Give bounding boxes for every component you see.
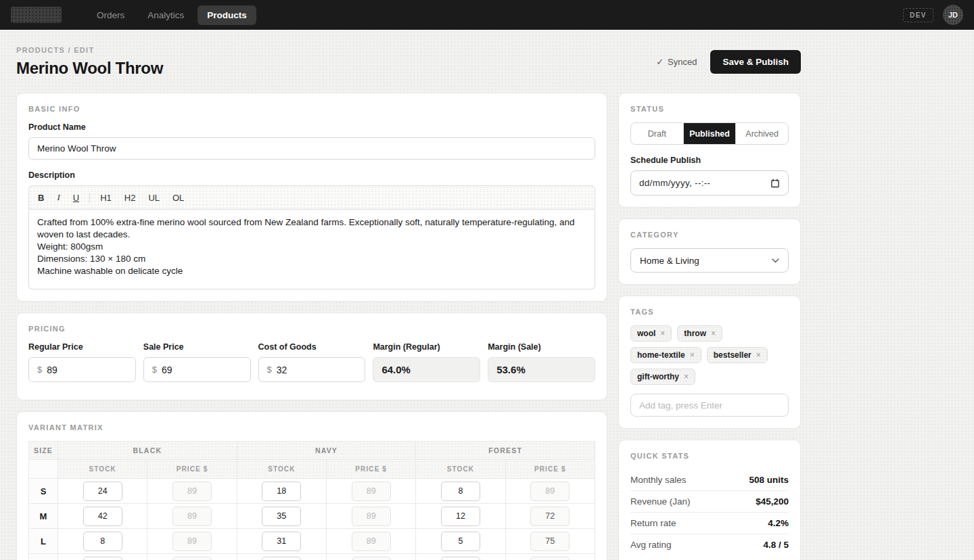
category-select[interactable]: Home & Living [630,248,789,273]
pricing-field: Cost of Goods$32 [258,342,366,382]
add-tag-input[interactable] [630,394,789,417]
chevron-down-icon [772,258,779,263]
top-navigation-bar: OrdersAnalyticsProducts DEV JD [0,0,974,30]
save-publish-button[interactable]: Save & Publish [710,50,801,74]
stock-input[interactable] [441,557,480,560]
variant-row: L [29,529,595,554]
price-input[interactable] [172,482,212,501]
status-option-archived[interactable]: Archived [735,123,788,144]
price-input[interactable] [530,557,570,560]
price-cell [326,529,415,554]
category-card: CATEGORY Home & Living [618,218,801,285]
status-section-label: STATUS [630,105,789,113]
nav-item-orders[interactable]: Orders [87,5,134,25]
ordered-list-button[interactable]: OL [172,193,184,203]
price-cell [505,529,595,554]
pricing-field-label: Cost of Goods [258,342,366,352]
stock-input[interactable] [262,482,301,501]
status-option-published[interactable]: Published [683,123,736,144]
color-column-header: BLACK [58,442,237,460]
nav-item-products[interactable]: Products [198,5,256,25]
stock-input[interactable] [441,507,480,526]
remove-tag-icon[interactable]: × [690,350,695,360]
remove-tag-icon[interactable]: × [711,329,716,338]
tag-label: wool [637,329,655,338]
stock-cell [237,529,326,554]
status-option-draft[interactable]: Draft [631,123,683,144]
nav-item-analytics[interactable]: Analytics [138,5,193,25]
stat-value: 508 units [749,475,789,485]
stock-input[interactable] [262,557,301,560]
side-column: STATUS DraftPublishedArchived Schedule P… [618,93,801,560]
tag-chip: wool× [630,325,672,342]
schedule-publish-placeholder: dd/mm/yyyy, --:-- [639,178,710,188]
variant-row: M [29,504,595,529]
schedule-publish-input[interactable]: dd/mm/yyyy, --:-- [630,170,789,195]
stock-input[interactable] [262,507,301,526]
stock-subheader: STOCK [58,460,147,479]
stat-row: Return rate4.2% [630,512,789,534]
field-value: 32 [277,365,287,375]
margin-readout: 53.6% [488,357,595,382]
color-column-header: FOREST [416,442,595,460]
variant-matrix-card: VARIANT MATRIX SIZEBLACKNAVYFORESTSTOCKP… [16,411,607,560]
remove-tag-icon[interactable]: × [684,372,689,381]
price-input-box[interactable]: $69 [143,357,251,382]
size-cell: M [29,504,58,529]
description-textarea[interactable] [28,210,595,289]
sync-status: ✓ Synced [656,57,697,67]
stock-input[interactable] [83,532,122,551]
stock-cell [416,479,505,504]
calendar-icon[interactable] [770,179,780,188]
bold-button[interactable]: B [38,193,44,203]
tag-chip: home-textile× [630,347,701,363]
remove-tag-icon[interactable]: × [660,329,665,338]
tags-section-label: TAGS [630,308,789,316]
product-name-input[interactable] [28,137,595,160]
blank-header-cell [29,460,58,479]
underline-button[interactable]: U [73,193,79,203]
stock-cell [58,479,147,504]
stat-label: Monthly sales [630,475,687,485]
price-input[interactable] [530,532,570,551]
price-input[interactable] [352,482,391,501]
dev-environment-badge: DEV [903,8,933,22]
heading-2-button[interactable]: H2 [124,193,136,203]
stock-input[interactable] [83,507,122,526]
price-input[interactable] [352,507,391,526]
price-input[interactable] [172,557,212,560]
price-input[interactable] [352,557,391,560]
price-input[interactable] [352,532,391,551]
main-column: BASIC INFO Product Name Description BIUH… [16,93,607,560]
pricing-field: Regular Price$89 [28,342,136,382]
price-cell [505,554,595,560]
price-cell [326,504,415,529]
unordered-list-button[interactable]: UL [148,193,160,203]
stock-input[interactable] [262,532,301,551]
price-input[interactable] [530,482,570,501]
field-value: 53.6% [496,364,526,375]
stock-input[interactable] [83,557,122,560]
italic-button[interactable]: I [57,192,60,203]
price-input-box[interactable]: $89 [28,357,136,382]
price-input[interactable] [172,507,212,526]
stock-input[interactable] [83,482,122,501]
user-avatar[interactable]: JD [943,5,963,25]
price-input-box[interactable]: $32 [258,357,366,382]
status-segmented-control: DraftPublishedArchived [630,122,789,145]
tag-chip: gift-worthy× [630,369,695,385]
currency-prefix: $ [37,365,42,375]
tag-chip: throw× [677,325,722,342]
breadcrumb: PRODUCTS / EDIT [16,46,163,54]
stock-input[interactable] [441,482,480,501]
stat-value: 4.8 / 5 [763,540,789,550]
stock-input[interactable] [441,532,480,551]
pricing-field: Margin (Regular)64.0% [373,342,480,382]
toolbar-divider [89,193,90,203]
schedule-publish-label: Schedule Publish [630,156,789,165]
heading-1-button[interactable]: H1 [100,193,112,203]
price-input[interactable] [172,532,212,551]
product-name-label: Product Name [28,122,595,132]
price-input[interactable] [530,507,570,526]
remove-tag-icon[interactable]: × [756,350,761,360]
